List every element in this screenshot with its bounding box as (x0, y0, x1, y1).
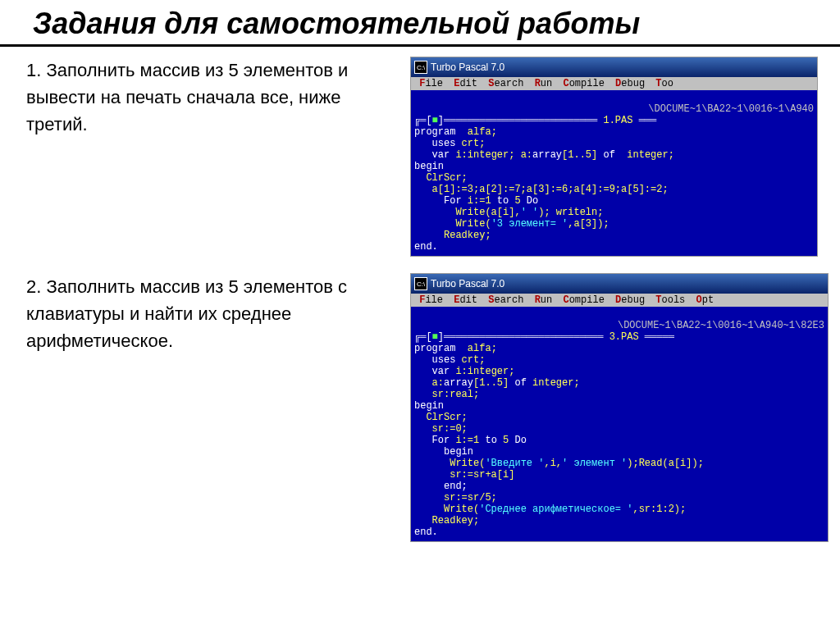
ide-path: \DOCUME~1\BA22~1\0016~1\A940 (414, 103, 814, 115)
ide-window-1: C:\ Turbo Pascal 7.0 File Edit Search Ru… (410, 57, 818, 257)
slide-content: 1. Заполнить массив из 5 элементов и выв… (0, 57, 840, 542)
task-1-row: 1. Заполнить массив из 5 элементов и выв… (0, 57, 840, 257)
ide-titlebar: C:\ Turbo Pascal 7.0 (411, 274, 828, 294)
ide-menubar: File Edit Search Run Compile Debug Too (411, 77, 817, 90)
task-2-row: 2. Заполнить массив из 5 элементов с кла… (0, 273, 840, 542)
ide-code-area-1: \DOCUME~1\BA22~1\0016~1\A940╔═[■]═══════… (411, 90, 817, 256)
ide-title: Turbo Pascal 7.0 (431, 278, 504, 289)
page-title: Задания для самостоятельной работы (0, 0, 840, 47)
ide-title: Turbo Pascal 7.0 (431, 62, 504, 73)
task-1-text: 1. Заполнить массив из 5 элементов и выв… (0, 57, 410, 138)
ide-menubar: File Edit Search Run Compile Debug Tools… (411, 294, 828, 307)
task-2-text: 2. Заполнить массив из 5 элементов с кла… (0, 273, 410, 354)
cmd-icon: C:\ (414, 61, 427, 74)
cmd-icon: C:\ (414, 277, 427, 290)
ide-window-2: C:\ Turbo Pascal 7.0 File Edit Search Ru… (410, 273, 829, 542)
ide-titlebar: C:\ Turbo Pascal 7.0 (411, 57, 817, 77)
ide-path: \DOCUME~1\BA22~1\0016~1\A940~1\82E3 (414, 320, 824, 331)
ide-code-area-2: \DOCUME~1\BA22~1\0016~1\A940~1\82E3╔═[■]… (411, 307, 828, 541)
